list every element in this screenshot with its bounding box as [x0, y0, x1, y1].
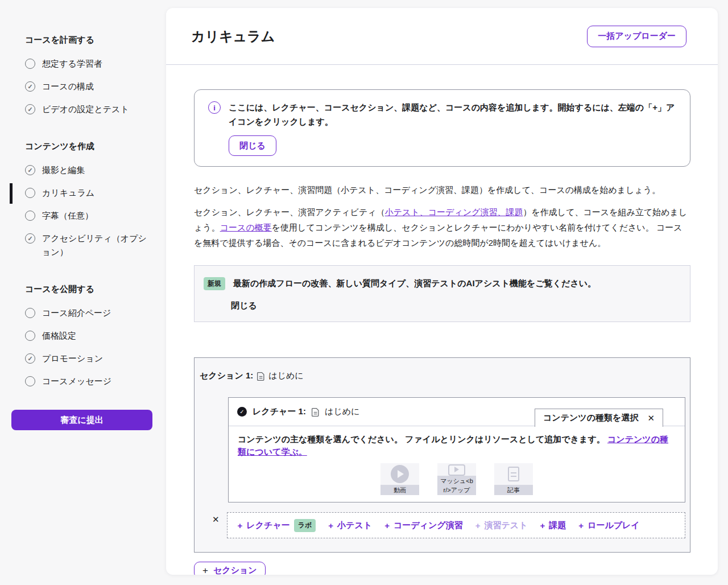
add-item-button[interactable]: + 課題: [540, 520, 566, 531]
plus-icon: +: [202, 566, 208, 575]
sidebar-item[interactable]: アクセシビリティ（オプション）: [0, 227, 166, 263]
chooser-tab-title: コンテンツの種類を選択: [543, 413, 638, 423]
content-type-tiles: 動画 マッシュ<br/>アップ: [238, 463, 676, 495]
new-features-banner: 新規 最新の作成フローの改善、新しい質問タイプ、演習テストのAIアシスト機能をご…: [194, 265, 690, 322]
sidebar-item[interactable]: コース紹介ページ: [0, 302, 166, 324]
submit-for-review-button[interactable]: 審査に提出: [11, 410, 152, 430]
sidebar-item-label: 撮影と編集: [42, 163, 85, 177]
add-bar-close-icon[interactable]: ✕: [212, 514, 220, 525]
new-badge: 新規: [204, 277, 225, 290]
chooser-close-icon[interactable]: ✕: [647, 413, 655, 423]
lecture-label: レクチャー 1:: [253, 406, 306, 417]
content-type-tile[interactable]: マッシュ<br/>アップ: [437, 463, 476, 495]
banner-dismiss-button[interactable]: 閉じる: [231, 300, 257, 311]
panel-body: i ここには、レクチャー、コースセクション、課題など、コースの内容を追加します。…: [166, 65, 718, 575]
info-dismiss-button[interactable]: 閉じる: [229, 135, 276, 156]
content-type-label: マッシュ<br/>アップ: [437, 476, 476, 495]
sidebar-section-create: コンテンツを作成 撮影と編集 カリキュラム 字幕（任意）: [0, 138, 166, 263]
sidebar-item-label: コース紹介ページ: [42, 306, 111, 320]
plus-icon: +: [384, 521, 390, 530]
content-type-chooser-tab: コンテンツの種類を選択 ✕: [535, 409, 663, 427]
content-type-tile[interactable]: 動画: [380, 463, 419, 495]
sidebar-item-label: 字幕（任意）: [42, 209, 93, 223]
curriculum-section: セクション 1: はじめに ✓ レクチャー 1: はじめに コンテンツの種類: [194, 357, 690, 553]
lab-badge: ラボ: [294, 519, 316, 532]
progress-circle-icon: [25, 211, 35, 221]
sidebar-item-label: ビデオの設定とテスト: [42, 102, 129, 116]
progress-circle-icon: [25, 81, 35, 92]
course-manage-sidebar: コースを計画する 想定する学習者 コースの構成 ビデオの設定とテスト: [0, 0, 166, 430]
curriculum-panel: カリキュラム 一括アップローダー i ここには、レクチャー、コースセクション、課…: [166, 8, 718, 575]
sidebar-section-heading: コースを計画する: [25, 31, 152, 49]
progress-circle-icon: [25, 188, 35, 198]
progress-circle-icon: [25, 331, 35, 341]
add-item-button[interactable]: + コーディング演習: [384, 520, 463, 531]
content-type-tile[interactable]: 記事: [494, 463, 533, 495]
add-item-label: コーディング演習: [394, 520, 463, 531]
sidebar-item[interactable]: プロモーション: [0, 347, 166, 370]
add-item-button[interactable]: + 演習テスト: [475, 520, 528, 531]
plus-icon: +: [578, 521, 584, 530]
add-item-button[interactable]: + ロールプレイ: [578, 520, 640, 531]
sidebar-section-heading: コンテンツを作成: [25, 138, 152, 155]
sidebar-item-list: 撮影と編集 カリキュラム 字幕（任意） アクセシビリティ（オプション）: [0, 159, 166, 263]
new-features-text: 最新の作成フローの改善、新しい質問タイプ、演習テストのAIアシスト機能をご覧くだ…: [233, 277, 596, 290]
lecture-title: はじめに: [325, 406, 359, 417]
sidebar-item-list: コース紹介ページ 価格設定 プロモーション コースメッセージ: [0, 302, 166, 393]
add-item-button[interactable]: + 小テスト: [328, 520, 372, 531]
plus-icon: +: [475, 521, 481, 530]
sidebar-item[interactable]: 価格設定: [0, 324, 166, 347]
intro-paragraph-2: セクション、レクチャー、演習アクティビティ（小テスト、コーディング演習、課題）を…: [194, 204, 690, 250]
plus-icon: +: [328, 521, 333, 530]
mashup-video-icon: [448, 464, 465, 476]
document-icon: [257, 372, 264, 381]
progress-circle-icon: [25, 104, 35, 114]
add-item-label: レクチャー: [246, 520, 289, 531]
sidebar-item[interactable]: カリキュラム: [0, 182, 166, 204]
add-item-bar: + レクチャー ラボ + 小テスト + コーディング演: [227, 512, 685, 538]
sidebar-item[interactable]: コースメッセージ: [0, 370, 166, 393]
panel-header: カリキュラム 一括アップローダー: [166, 8, 718, 65]
bulk-uploader-button[interactable]: 一括アップローダー: [587, 26, 686, 47]
course-outline-link[interactable]: コースの概要: [220, 223, 272, 232]
sidebar-item[interactable]: コースの構成: [0, 75, 166, 98]
add-section-button[interactable]: + セクション: [194, 562, 266, 575]
sidebar-item-list: 想定する学習者 コースの構成 ビデオの設定とテスト: [0, 52, 166, 121]
add-section-label: セクション: [213, 565, 257, 575]
section-title: はじめに: [268, 370, 303, 381]
lecture-card: ✓ レクチャー 1: はじめに コンテンツの種類を選択 ✕ コンテンツの主な種類…: [228, 397, 685, 502]
content-type-label: 記事: [494, 485, 533, 495]
sidebar-item[interactable]: 撮影と編集: [0, 159, 166, 182]
sidebar-item-label: 価格設定: [42, 329, 76, 343]
info-icon: i: [208, 101, 221, 114]
section-label: セクション 1:: [200, 370, 253, 381]
add-item-label: 小テスト: [337, 520, 372, 531]
document-icon: [312, 408, 319, 417]
sidebar-item[interactable]: 字幕（任意）: [0, 204, 166, 227]
intro-paragraph-1: セクション、レクチャー、演習問題（小テスト、コーディング演習、課題）を作成して、…: [194, 183, 690, 197]
add-item-button[interactable]: + レクチャー ラボ: [238, 519, 316, 532]
sidebar-item[interactable]: ビデオの設定とテスト: [0, 98, 166, 121]
sidebar-item-label: コースの構成: [42, 80, 94, 93]
progress-circle-icon: [25, 233, 35, 244]
add-item-label: 演習テスト: [484, 520, 527, 531]
chooser-instruction: コンテンツの主な種類を選んでください。 ファイルとリンクはリソースとして追加でき…: [238, 433, 676, 458]
play-circle-icon: [391, 465, 409, 483]
practice-activities-link[interactable]: 小テスト、コーディング演習、課題: [385, 207, 523, 217]
content-type-label: 動画: [380, 485, 419, 495]
add-item-label: 課題: [549, 520, 566, 531]
article-doc-icon: [508, 467, 519, 481]
add-item-label: ロールプレイ: [588, 520, 640, 531]
lecture-complete-check-icon: ✓: [237, 407, 247, 417]
progress-circle-icon: [25, 353, 35, 364]
sidebar-item-label: カリキュラム: [42, 186, 94, 200]
sidebar-item[interactable]: 想定する学習者: [0, 52, 166, 75]
sidebar-item-label: アクセシビリティ（オプション）: [42, 232, 152, 259]
progress-circle-icon: [25, 59, 35, 69]
sidebar-item-label: 想定する学習者: [42, 57, 102, 71]
sidebar-item-label: コースメッセージ: [42, 374, 111, 388]
sidebar-section-plan: コースを計画する 想定する学習者 コースの構成 ビデオの設定とテスト: [0, 31, 166, 121]
info-alert: i ここには、レクチャー、コースセクション、課題など、コースの内容を追加します。…: [194, 89, 690, 167]
sidebar-section-publish: コースを公開する コース紹介ページ 価格設定 プロモーション: [0, 281, 166, 393]
progress-circle-icon: [25, 308, 35, 318]
